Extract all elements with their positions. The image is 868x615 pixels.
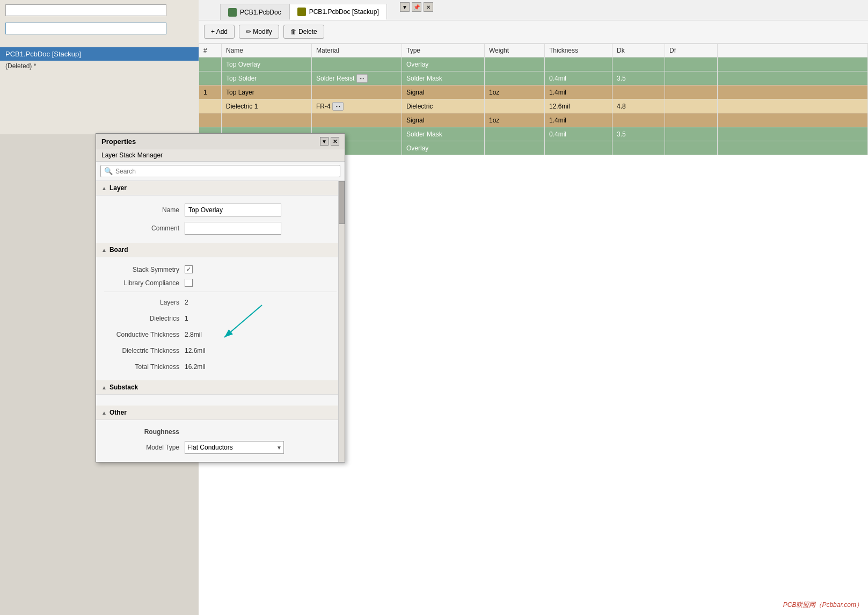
properties-header-controls: ▼ ✕ xyxy=(320,137,339,146)
col-header-dk: Dk xyxy=(612,44,665,57)
add-button[interactable]: + Add xyxy=(204,25,235,39)
table-cell-1[interactable]: Top Overlay xyxy=(222,57,312,71)
dielectrics-value: 1 xyxy=(185,313,188,324)
dielectrics-label: Dielectrics xyxy=(104,315,179,322)
table-cell-5: 12.6mil xyxy=(545,99,612,113)
table-cell-0[interactable]: 1 xyxy=(199,85,222,99)
table-row[interactable]: Signal1oz1.4mil xyxy=(199,113,868,127)
substack-arrow-icon: ▲ xyxy=(101,385,107,390)
table-cell-4: 1oz xyxy=(485,85,545,99)
table-cell-1[interactable] xyxy=(222,113,312,127)
library-compliance-label: Library Compliance xyxy=(104,279,179,287)
table-row[interactable]: 1Top LayerSignal1oz1.4mil xyxy=(199,85,868,99)
other-arrow-icon: ▲ xyxy=(101,410,107,416)
model-type-select-wrapper: Flat Conductors Groiss Huray ▼ xyxy=(185,441,284,454)
tab-bar: ▼ 📌 ✕ PCB1.PcbDoc PCB1.PcbDoc [Stackup] xyxy=(199,0,868,20)
table-cell-4 xyxy=(485,99,545,113)
table-row[interactable]: Top OverlayOverlay xyxy=(199,57,868,71)
table-cell-0[interactable] xyxy=(199,57,222,71)
sidebar-input-1[interactable] xyxy=(5,4,166,16)
table-cell-7 xyxy=(665,113,718,127)
table-cell-0[interactable] xyxy=(199,71,222,85)
section-layer-label: Layer xyxy=(110,184,127,192)
table-cell-3[interactable]: Dielectric xyxy=(402,99,485,113)
material-dots-button[interactable]: ··· xyxy=(356,74,368,83)
section-other-header[interactable]: ▲ Other xyxy=(96,406,345,420)
table-cell-8 xyxy=(718,99,868,113)
table-cell-6 xyxy=(612,141,665,155)
section-substack-label: Substack xyxy=(110,384,138,391)
table-cell-8 xyxy=(718,141,868,155)
library-compliance-checkbox[interactable] xyxy=(185,279,193,287)
conductive-thickness-value: 2.8mil xyxy=(185,329,202,340)
table-cell-8 xyxy=(718,127,868,141)
total-thickness-value: 16.2mil xyxy=(185,361,206,372)
close-panel-button[interactable]: ✕ xyxy=(424,2,433,12)
stack-symmetry-checkbox[interactable]: ✓ xyxy=(185,265,193,273)
table-cell-6 xyxy=(612,113,665,127)
scrollbar-track[interactable] xyxy=(338,181,345,462)
search-box: 🔍 xyxy=(100,165,340,177)
table-cell-8 xyxy=(718,57,868,71)
table-cell-3[interactable]: Signal xyxy=(402,85,485,99)
table-cell-3[interactable]: Overlay xyxy=(402,141,485,155)
section-board-content: Stack Symmetry ✓ Library Compliance La xyxy=(96,257,345,380)
table-cell-4 xyxy=(485,127,545,141)
sidebar-active-item[interactable]: PCB1.PcbDoc [Stackup] xyxy=(0,47,199,61)
section-board-header[interactable]: ▲ Board xyxy=(96,243,345,257)
comment-input[interactable] xyxy=(185,222,281,235)
properties-pin-btn[interactable]: ▼ xyxy=(320,137,329,146)
scrollbar-thumb[interactable] xyxy=(339,181,345,224)
search-input[interactable] xyxy=(115,168,337,175)
table-cell-5: 1.4mil xyxy=(545,113,612,127)
section-layer-header[interactable]: ▲ Layer xyxy=(96,181,345,196)
prop-row-model-type: Model Type Flat Conductors Groiss Huray … xyxy=(96,438,345,457)
table-cell-2 xyxy=(312,85,402,99)
section-other-content: Roughness Model Type Flat Conductors Gro… xyxy=(96,420,345,462)
name-input[interactable] xyxy=(185,204,281,216)
table-cell-8 xyxy=(718,113,868,127)
material-dots-button[interactable]: ··· xyxy=(332,102,344,111)
tab-pcb1-label: PCB1.PcbDoc xyxy=(240,9,281,16)
table-cell-8 xyxy=(718,85,868,99)
properties-close-btn[interactable]: ✕ xyxy=(331,137,339,146)
prop-row-library-compliance: Library Compliance xyxy=(96,276,345,290)
table-row[interactable]: Dielectric 1FR-4 ···Dielectric12.6mil4.8 xyxy=(199,99,868,113)
section-substack-header[interactable]: ▲ Substack xyxy=(96,380,345,395)
properties-search: 🔍 xyxy=(96,162,345,181)
table-cell-3[interactable]: Solder Mask xyxy=(402,127,485,141)
properties-body: ▲ Layer Name Comment ▲ Board xyxy=(96,181,345,462)
table-cell-6: 4.8 xyxy=(612,99,665,113)
table-cell-1[interactable]: Top Layer xyxy=(222,85,312,99)
table-cell-3[interactable]: Signal xyxy=(402,113,485,127)
table-cell-0[interactable] xyxy=(199,99,222,113)
table-cell-3[interactable]: Overlay xyxy=(402,57,485,71)
panel-controls: ▼ 📌 ✕ xyxy=(400,2,433,12)
table-cell-2: Solder Resist ··· xyxy=(312,71,402,85)
delete-button[interactable]: 🗑 Delete xyxy=(283,25,324,39)
tab-stackup[interactable]: PCB1.PcbDoc [Stackup] xyxy=(289,4,387,20)
table-cell-7 xyxy=(665,127,718,141)
conductive-thickness-label: Conductive Thickness xyxy=(104,331,179,338)
table-cell-3[interactable]: Solder Mask xyxy=(402,71,485,85)
sidebar-input-2[interactable] xyxy=(5,23,166,34)
table-cell-1[interactable]: Top Solder xyxy=(222,71,312,85)
properties-body-wrapper: ▲ Layer Name Comment ▲ Board xyxy=(96,181,345,462)
table-cell-2 xyxy=(312,113,402,127)
properties-header: Properties ▼ ✕ xyxy=(96,134,345,149)
float-button[interactable]: 📌 xyxy=(412,2,421,12)
table-cell-8 xyxy=(718,71,868,85)
col-header-type: Type xyxy=(402,44,485,57)
modify-button[interactable]: ✏ Modify xyxy=(239,25,279,39)
model-type-select[interactable]: Flat Conductors Groiss Huray xyxy=(185,441,284,454)
col-header-num: # xyxy=(199,44,222,57)
table-cell-2: FR-4 ··· xyxy=(312,99,402,113)
pin-button[interactable]: ▼ xyxy=(400,2,410,12)
layers-label: Layers xyxy=(104,299,179,306)
stack-symmetry-label: Stack Symmetry xyxy=(104,266,179,273)
table-row[interactable]: Top SolderSolder Resist ···Solder Mask0.… xyxy=(199,71,868,85)
table-cell-0[interactable] xyxy=(199,113,222,127)
table-cell-1[interactable]: Dielectric 1 xyxy=(222,99,312,113)
watermark: PCB联盟网（Pcbbar.com） xyxy=(783,600,863,610)
tab-pcb1[interactable]: PCB1.PcbDoc xyxy=(220,4,289,20)
